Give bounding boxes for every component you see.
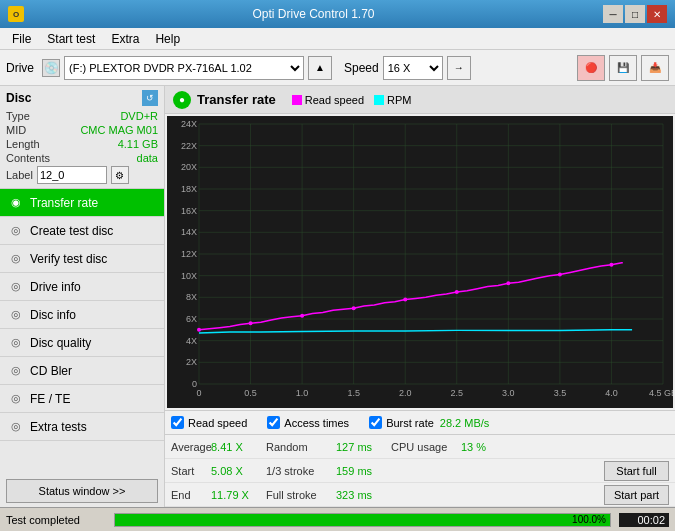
cpu-label: CPU usage bbox=[391, 441, 461, 453]
maximize-button[interactable]: □ bbox=[625, 5, 645, 23]
random-label: Random bbox=[266, 441, 336, 453]
disc-length-label: Length bbox=[6, 138, 40, 150]
nav-label-transfer-rate: Transfer rate bbox=[30, 196, 98, 210]
status-text: Test completed bbox=[6, 514, 106, 526]
drive-select[interactable]: (F:) PLEXTOR DVDR PX-716AL 1.02 bbox=[64, 56, 304, 80]
transfer-rate-icon: ◉ bbox=[8, 195, 24, 211]
nav-item-transfer-rate[interactable]: ◉ Transfer rate bbox=[0, 189, 164, 217]
graph-container bbox=[167, 116, 673, 408]
erase-button[interactable]: 🔴 bbox=[577, 55, 605, 81]
access-times-check-label: Access times bbox=[284, 417, 349, 429]
disc-contents-value: data bbox=[137, 152, 158, 164]
nav-label-cd-bler: CD Bler bbox=[30, 364, 72, 378]
legend-read-speed: Read speed bbox=[292, 94, 364, 106]
disc-type-value: DVD+R bbox=[120, 110, 158, 122]
menu-start-test[interactable]: Start test bbox=[39, 30, 103, 48]
progress-bar-container: 100.0% bbox=[114, 513, 611, 527]
nav-label-create-test-disc: Create test disc bbox=[30, 224, 113, 238]
read-speed-label: Read speed bbox=[305, 94, 364, 106]
access-times-checkbox[interactable] bbox=[267, 416, 280, 429]
disc-quality-icon: ◎ bbox=[8, 335, 24, 351]
window-title: Opti Drive Control 1.70 bbox=[24, 7, 603, 21]
menu-extra[interactable]: Extra bbox=[103, 30, 147, 48]
burst-rate-check-label: Burst rate bbox=[386, 417, 434, 429]
window-controls: ─ □ ✕ bbox=[603, 5, 667, 23]
cd-bler-icon: ◎ bbox=[8, 363, 24, 379]
nav-label-verify-test-disc: Verify test disc bbox=[30, 252, 107, 266]
disc-mid-value: CMC MAG M01 bbox=[80, 124, 158, 136]
disc-length-value: 4.11 GB bbox=[118, 138, 158, 150]
stats-row-end: End 11.79 X Full stroke 323 ms Start par… bbox=[165, 483, 675, 507]
checkbox-read-speed: Read speed bbox=[171, 416, 247, 429]
burst-rate-checkbox[interactable] bbox=[369, 416, 382, 429]
start-full-button[interactable]: Start full bbox=[604, 461, 669, 481]
checkbox-access-times: Access times bbox=[267, 416, 349, 429]
drive-info-icon: ◎ bbox=[8, 279, 24, 295]
nav-items: ◉ Transfer rate ◎ Create test disc ◎ Ver… bbox=[0, 189, 164, 441]
average-label: Average bbox=[171, 441, 211, 453]
nav-item-create-test-disc[interactable]: ◎ Create test disc bbox=[0, 217, 164, 245]
nav-item-fe-te[interactable]: ◎ FE / TE bbox=[0, 385, 164, 413]
menu-bar: File Start test Extra Help bbox=[0, 28, 675, 50]
drive-label: Drive bbox=[6, 61, 34, 75]
rpm-color bbox=[374, 95, 384, 105]
extra-tests-icon: ◎ bbox=[8, 419, 24, 435]
nav-item-disc-quality[interactable]: ◎ Disc quality bbox=[0, 329, 164, 357]
disc-label-label: Label bbox=[6, 169, 33, 181]
drive-icon: 💿 bbox=[42, 59, 60, 77]
disc-label-icon[interactable]: ⚙ bbox=[111, 166, 129, 184]
read-speed-checkbox[interactable] bbox=[171, 416, 184, 429]
time-display: 00:02 bbox=[619, 513, 669, 527]
cpu-value: 13 % bbox=[461, 441, 501, 453]
minimize-button[interactable]: ─ bbox=[603, 5, 623, 23]
save-button[interactable]: 📥 bbox=[641, 55, 669, 81]
title-bar: O Opti Drive Control 1.70 ─ □ ✕ bbox=[0, 0, 675, 28]
nav-item-disc-info[interactable]: ◎ Disc info bbox=[0, 301, 164, 329]
nav-label-disc-quality: Disc quality bbox=[30, 336, 91, 350]
burst-rate-value: 28.2 MB/s bbox=[440, 417, 490, 429]
chart-header: ● Transfer rate Read speed RPM bbox=[165, 86, 675, 114]
nav-item-cd-bler[interactable]: ◎ CD Bler bbox=[0, 357, 164, 385]
legend-rpm: RPM bbox=[374, 94, 411, 106]
nav-item-verify-test-disc[interactable]: ◎ Verify test disc bbox=[0, 245, 164, 273]
checkbox-row: Read speed Access times Burst rate 28.2 … bbox=[165, 410, 675, 434]
third-stroke-value: 159 ms bbox=[336, 465, 391, 477]
chart-canvas bbox=[167, 116, 673, 408]
chart-title: Transfer rate bbox=[197, 92, 276, 107]
disc-refresh-button[interactable]: ↺ bbox=[142, 90, 158, 106]
start-value: 5.08 X bbox=[211, 465, 266, 477]
status-window-button[interactable]: Status window >> bbox=[6, 479, 158, 503]
full-stroke-value: 323 ms bbox=[336, 489, 391, 501]
disc-mid-label: MID bbox=[6, 124, 26, 136]
nav-item-extra-tests[interactable]: ◎ Extra tests bbox=[0, 413, 164, 441]
media-button[interactable]: 💾 bbox=[609, 55, 637, 81]
disc-type-label: Type bbox=[6, 110, 30, 122]
close-button[interactable]: ✕ bbox=[647, 5, 667, 23]
stats-area: Average 8.41 X Random 127 ms CPU usage 1… bbox=[165, 434, 675, 507]
disc-contents-label: Contents bbox=[6, 152, 50, 164]
status-bar: Test completed 100.0% 00:02 bbox=[0, 507, 675, 531]
nav-label-disc-info: Disc info bbox=[30, 308, 76, 322]
disc-panel: Disc ↺ Type DVD+R MID CMC MAG M01 Length… bbox=[0, 86, 164, 189]
read-speed-check-label: Read speed bbox=[188, 417, 247, 429]
end-label: End bbox=[171, 489, 211, 501]
start-label: Start bbox=[171, 465, 211, 477]
create-test-disc-icon: ◎ bbox=[8, 223, 24, 239]
chart-legend: Read speed RPM bbox=[292, 94, 412, 106]
chart-title-icon: ● bbox=[173, 91, 191, 109]
nav-label-fe-te: FE / TE bbox=[30, 392, 70, 406]
disc-label-input[interactable] bbox=[37, 166, 107, 184]
menu-file[interactable]: File bbox=[4, 30, 39, 48]
start-part-button[interactable]: Start part bbox=[604, 485, 669, 505]
app-icon: O bbox=[8, 6, 24, 22]
speed-icon-btn[interactable]: → bbox=[447, 56, 471, 80]
eject-button[interactable]: ▲ bbox=[308, 56, 332, 80]
speed-select[interactable]: 16 X bbox=[383, 56, 443, 80]
verify-test-disc-icon: ◎ bbox=[8, 251, 24, 267]
menu-help[interactable]: Help bbox=[147, 30, 188, 48]
progress-label: 100.0% bbox=[572, 514, 606, 526]
third-stroke-label: 1/3 stroke bbox=[266, 465, 336, 477]
progress-bar-fill bbox=[115, 514, 610, 526]
end-value: 11.79 X bbox=[211, 489, 266, 501]
nav-item-drive-info[interactable]: ◎ Drive info bbox=[0, 273, 164, 301]
